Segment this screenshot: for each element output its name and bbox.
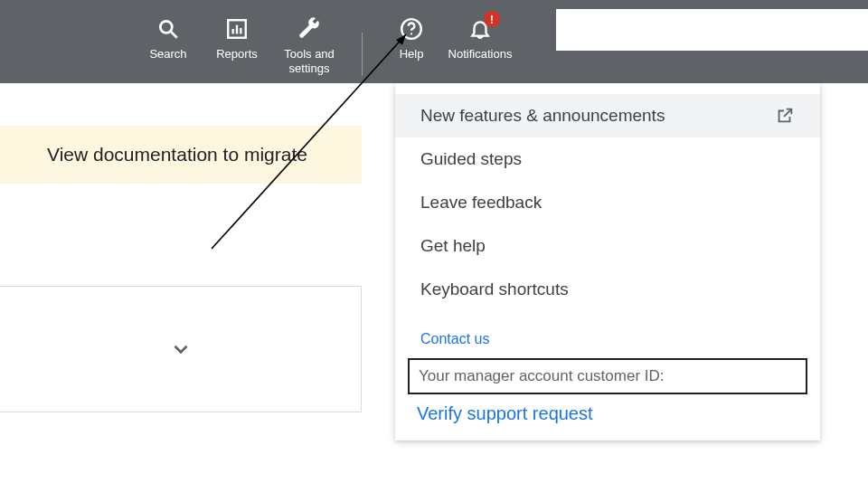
nav-divider [362, 33, 363, 76]
verify-support-link[interactable]: Verify support request [395, 394, 820, 424]
account-chip[interactable] [556, 9, 868, 51]
help-item-keyboard-shortcuts[interactable]: Keyboard shortcuts [395, 268, 820, 311]
help-item-label: Get help [420, 236, 486, 256]
help-item-get-help[interactable]: Get help [395, 224, 820, 268]
nav-tools-label: Tools and settings [271, 47, 347, 75]
nav-tools[interactable]: Tools and settings [271, 16, 347, 75]
expand-card[interactable] [0, 286, 362, 412]
svg-line-1 [171, 32, 177, 38]
bell-icon: ! [467, 16, 493, 42]
help-panel: New features & announcements Guided step… [395, 83, 820, 440]
help-item-label: Keyboard shortcuts [420, 279, 569, 299]
search-icon [156, 16, 181, 42]
nav-search[interactable]: Search [134, 16, 203, 62]
nav-notif-label: Notifications [448, 47, 513, 62]
nav-reports-label: Reports [216, 47, 258, 62]
nav-notifications[interactable]: ! Notifications [446, 16, 514, 62]
help-item-label: Guided steps [420, 149, 522, 169]
nav-items: Search Reports Tools and settings [134, 0, 514, 76]
contact-us-header: Contact us [395, 311, 820, 353]
nav-help[interactable]: Help [377, 16, 446, 62]
help-icon [399, 16, 424, 42]
customer-id-label: Your manager account customer ID: [419, 367, 665, 385]
nav-search-label: Search [149, 47, 186, 62]
help-item-label: Leave feedback [420, 193, 542, 213]
svg-point-0 [160, 21, 172, 33]
migration-banner[interactable]: View documentation to migrate [0, 126, 362, 184]
help-item-leave-feedback[interactable]: Leave feedback [395, 181, 820, 224]
banner-text: View documentation to migrate [47, 144, 307, 166]
customer-id-box: Your manager account customer ID: [408, 358, 807, 394]
notification-badge: ! [484, 11, 500, 27]
chevron-down-icon [169, 337, 193, 361]
help-item-label: New features & announcements [420, 106, 665, 126]
reports-icon [224, 16, 250, 42]
svg-point-7 [410, 33, 412, 34]
nav-help-label: Help [400, 47, 424, 62]
help-item-new-features[interactable]: New features & announcements [395, 94, 820, 137]
external-link-icon [775, 106, 795, 126]
help-item-guided-steps[interactable]: Guided steps [395, 137, 820, 181]
top-nav: Search Reports Tools and settings [0, 0, 868, 83]
wrench-icon [297, 16, 322, 42]
nav-reports[interactable]: Reports [203, 16, 271, 62]
